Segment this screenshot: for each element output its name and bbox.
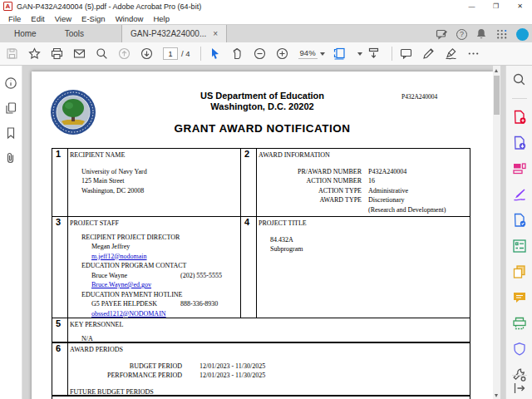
more-options-icon[interactable] (467, 47, 480, 60)
next-page-icon[interactable] (140, 47, 153, 60)
add-comments-icon[interactable] (512, 290, 527, 305)
email-icon[interactable] (73, 47, 86, 60)
scan-ocr-icon[interactable] (512, 316, 527, 331)
key-personnel-value: N/A (81, 334, 466, 344)
period-label: BUDGET PERIOD (70, 362, 182, 372)
find-icon[interactable] (512, 72, 527, 87)
scrollbar-thumb[interactable] (494, 76, 500, 115)
tab-tools[interactable]: Tools (51, 25, 98, 42)
restore-button[interactable]: ❐ (484, 0, 508, 12)
project-title-line: 84.432A (270, 235, 466, 245)
field-label: ACTION NUMBER (259, 176, 362, 186)
tab-document[interactable]: GAN-P432A24000... × (121, 25, 227, 42)
award-number-corner: P432A240004 (401, 93, 437, 101)
hotline-email-link[interactable]: obssed1212@NODOMAIN (91, 310, 166, 318)
director-email-link[interactable]: m.jeff12@nodomain (91, 253, 147, 260)
box3-header: PROJECT STAFF (70, 219, 237, 229)
future-budget-header: FUTURE BUDGET PERIODS (70, 387, 466, 397)
print-icon[interactable] (51, 47, 63, 60)
tab-home[interactable]: Home (0, 25, 51, 42)
comment-bubble-icon[interactable] (400, 47, 412, 60)
menu-bar: File Edit View E-Sign Window Help (0, 12, 532, 24)
main-toolbar: 1 / 4 94% (0, 42, 532, 66)
hotline-name: G5 PAYEE HELPDESK (91, 299, 180, 309)
agency-line2: Washington, D.C. 20202 (32, 101, 493, 112)
zoom-dropdown-caret[interactable] (320, 52, 325, 56)
period-label: PERFORMANCE PERIOD (70, 371, 182, 381)
create-pdf-icon[interactable] (512, 110, 527, 125)
app-launcher-icon[interactable] (495, 27, 509, 41)
organize-pages-icon[interactable] (512, 161, 527, 176)
previous-page-icon[interactable] (118, 47, 131, 60)
hotline-phone: 888-336-8930 (180, 299, 218, 309)
prepare-form-icon[interactable] (512, 239, 527, 254)
tab-close-icon[interactable]: × (213, 29, 218, 38)
request-signatures-icon[interactable] (512, 213, 527, 228)
protect-icon[interactable] (512, 342, 527, 357)
menu-help[interactable]: Help (148, 14, 175, 23)
zoom-out-icon[interactable] (254, 47, 266, 60)
tab-bar: Home Tools GAN-P432A24000... × ? (0, 24, 532, 42)
staff-subheader: EDUCATION PAYMENT HOTLINE (81, 290, 237, 300)
field-value: Administrative (368, 186, 408, 196)
menu-esign[interactable]: E-Sign (76, 14, 111, 23)
staff-subheader: EDUCATION PROGRAM CONTACT (81, 261, 237, 271)
grant-table: 1 RECIPIENT NAME University of Navy Yard… (52, 148, 470, 399)
save-icon[interactable] (6, 47, 18, 60)
tools-panel-rail (505, 66, 532, 399)
fit-dropdown-caret[interactable] (357, 52, 362, 56)
scroll-down-icon[interactable] (495, 394, 498, 397)
page-number-input[interactable]: 1 (163, 47, 178, 60)
bookmarks-icon[interactable] (4, 126, 17, 140)
page-thumbnails-icon[interactable] (4, 101, 17, 115)
document-title: GRANT AWARD NOTIFICATION (32, 122, 493, 135)
zoom-level-value[interactable]: 94% (298, 48, 318, 59)
menu-view[interactable]: View (50, 14, 76, 23)
select-tool-icon[interactable] (209, 47, 221, 60)
user-avatar[interactable] (516, 28, 529, 41)
minimize-button[interactable]: — (460, 0, 484, 12)
staff-subheader: RECIPIENT PROJECT DIRECTOR (81, 233, 237, 243)
search-icon[interactable] (96, 47, 108, 60)
help-icon[interactable]: ? (456, 29, 467, 40)
recipient-line: 125 Main Street (81, 176, 237, 186)
title-bar: A GAN-P432A240004 (5).pdf - Adobe Acroba… (0, 0, 532, 12)
acrobat-app-icon: A (3, 2, 12, 11)
close-button[interactable]: ✕ (508, 0, 532, 12)
zoom-in-icon[interactable] (276, 47, 288, 60)
fill-sign-icon[interactable] (512, 187, 527, 202)
award-type-extra: (Research and Development) (368, 205, 446, 215)
program-email-link[interactable]: Bruce.Wayne@ed.gov (91, 281, 151, 288)
collapse-panel-icon[interactable] (512, 381, 527, 396)
pencil-icon[interactable] (422, 47, 435, 60)
attachments-icon[interactable] (4, 151, 17, 165)
scrolling-mode-icon[interactable] (367, 47, 380, 60)
page-total-label: / 4 (181, 49, 190, 58)
field-label: PR/AWARD NUMBER (259, 167, 362, 177)
period-value: 12/01/2023 - 11/30/2025 (200, 371, 265, 381)
hand-tool-icon[interactable] (231, 47, 244, 60)
field-label: ACTION TYPE (259, 186, 362, 196)
export-pdf-icon[interactable] (512, 135, 527, 150)
vertical-scrollbar[interactable] (493, 66, 500, 399)
left-panel-rail (0, 66, 22, 399)
document-area: US Department of Education Washington, D… (22, 66, 505, 399)
info-icon[interactable] (4, 76, 17, 90)
recipient-line: Washington, DC 20008 (81, 186, 237, 196)
favorites-star-icon[interactable] (28, 47, 41, 60)
menu-file[interactable]: File (3, 14, 26, 23)
menu-edit[interactable]: Edit (26, 14, 49, 23)
menu-window[interactable]: Window (111, 14, 149, 23)
box5-header: KEY PERSONNEL (70, 320, 466, 330)
recipient-line: University of Navy Yard (81, 167, 237, 177)
program-contact-name: Bruce Wayne (91, 271, 180, 281)
sign-pen-icon[interactable] (445, 47, 457, 60)
notifications-bell-icon[interactable] (475, 27, 488, 41)
feedback-icon[interactable] (436, 27, 449, 41)
box6-header: AWARD PERIODS (70, 345, 466, 355)
combine-files-icon[interactable] (512, 264, 527, 279)
box-award-periods: 6 AWARD PERIODS BUDGET PERIOD12/01/2023 … (52, 343, 470, 395)
fit-page-icon[interactable] (333, 47, 346, 60)
director-name: Megan Jeffrey (91, 242, 237, 252)
scroll-up-icon[interactable] (495, 69, 498, 72)
